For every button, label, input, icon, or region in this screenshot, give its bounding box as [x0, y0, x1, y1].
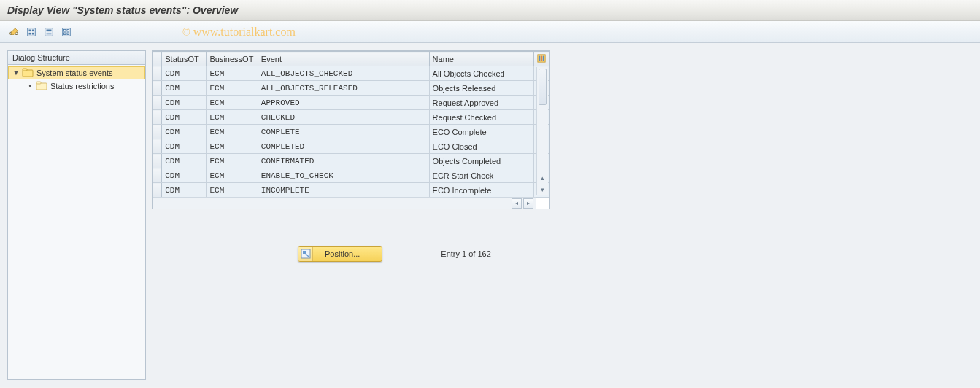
cell-businessot[interactable]: ECM — [207, 66, 258, 81]
grid-select-icon — [26, 27, 36, 37]
cell-event[interactable]: CONFIRMATED — [258, 154, 429, 168]
svg-rect-22 — [303, 251, 306, 254]
glasses-pencil-icon — [9, 27, 19, 37]
folder-open-icon — [22, 68, 34, 78]
svg-rect-19 — [541, 55, 542, 61]
cell-name[interactable]: Request Approved — [429, 96, 533, 110]
events-table-panel: StatusOT BusinessOT Event Name CDMECMALL… — [152, 50, 550, 209]
svg-rect-12 — [67, 32, 69, 34]
svg-rect-10 — [67, 29, 69, 31]
row-selector[interactable] — [153, 168, 162, 183]
cell-name[interactable]: Objects Completed — [429, 154, 533, 168]
row-selector[interactable] — [153, 110, 162, 125]
table-row[interactable]: CDMECMENABLE_TO_CHECKECR Start Check — [153, 168, 549, 183]
col-header-event[interactable]: Event — [258, 52, 429, 66]
position-icon — [298, 247, 313, 261]
cell-statusot[interactable]: CDM — [162, 66, 207, 81]
cell-event[interactable]: ENABLE_TO_CHECK — [258, 168, 429, 183]
cell-event[interactable]: CHECKED — [258, 110, 429, 125]
cell-name[interactable]: Request Checked — [429, 110, 533, 125]
cell-statusot[interactable]: CDM — [162, 125, 207, 139]
toggle-display-change-button[interactable] — [6, 24, 22, 40]
cell-businessot[interactable]: ECM — [207, 96, 258, 110]
cell-businessot[interactable]: ECM — [207, 125, 258, 139]
row-selector[interactable] — [153, 154, 162, 168]
cell-statusot[interactable]: CDM — [162, 168, 207, 183]
cell-event[interactable]: COMPLETE — [258, 125, 429, 139]
position-button[interactable]: Position... — [298, 246, 382, 262]
table-row[interactable]: CDMECMALL_OBJECTS_CHECKEDAll Objects Che… — [153, 66, 549, 81]
table-row[interactable]: CDMECMCOMPLETEECO Complete — [153, 125, 549, 139]
row-selector[interactable] — [153, 66, 162, 81]
cell-name[interactable]: ECR Start Check — [429, 168, 533, 183]
grid-deselect-icon — [61, 27, 72, 37]
cell-businessot[interactable]: ECM — [207, 81, 258, 96]
cell-event[interactable]: ALL_OBJECTS_CHECKED — [258, 66, 429, 81]
col-header-statusot[interactable]: StatusOT — [162, 52, 207, 66]
tree-item-label: Status restrictions — [50, 82, 114, 90]
table-settings-icon — [537, 54, 546, 63]
row-selector[interactable] — [153, 81, 162, 96]
cell-statusot[interactable]: CDM — [162, 154, 207, 168]
table-row[interactable]: CDMECMCONFIRMATEDObjects Completed — [153, 154, 549, 168]
scrollbar-thumb[interactable] — [539, 69, 547, 105]
row-selector[interactable] — [153, 125, 162, 139]
table-row[interactable]: CDMECMCHECKEDRequest Checked — [153, 110, 549, 125]
table-configure-button[interactable] — [533, 52, 549, 66]
toolbar: © www.tutorialkart.com — [0, 21, 980, 43]
tree-bullet-icon: • — [26, 82, 34, 90]
select-all-button[interactable] — [23, 24, 39, 40]
cell-name[interactable]: ECO Complete — [429, 125, 533, 139]
folder-closed-icon — [36, 81, 47, 91]
tree-expand-icon[interactable]: ▼ — [12, 69, 20, 77]
vertical-scrollbar[interactable]: ▴ ▾ — [536, 67, 548, 195]
cell-statusot[interactable]: CDM — [162, 139, 207, 154]
svg-rect-16 — [36, 82, 41, 84]
cell-statusot[interactable]: CDM — [162, 110, 207, 125]
cell-event[interactable]: APPROVED — [258, 96, 429, 110]
cell-businessot[interactable]: ECM — [207, 183, 258, 198]
body-area: Dialog Structure ▼ System status events … — [0, 43, 980, 387]
row-selector[interactable] — [153, 96, 162, 110]
svg-rect-5 — [45, 28, 53, 36]
row-selector[interactable] — [153, 139, 162, 154]
tree-item-status-restrictions[interactable]: • Status restrictions — [8, 79, 145, 93]
cell-name[interactable]: Objects Released — [429, 81, 533, 96]
cell-statusot[interactable]: CDM — [162, 183, 207, 198]
cell-businessot[interactable]: ECM — [207, 139, 258, 154]
scroll-down-button[interactable]: ▾ — [537, 184, 548, 195]
scroll-up-button[interactable]: ▴ — [537, 172, 548, 184]
dialog-structure-panel: Dialog Structure ▼ System status events … — [7, 50, 146, 380]
cell-name[interactable]: ECO Closed — [429, 139, 533, 154]
col-header-name[interactable]: Name — [429, 52, 533, 66]
row-select-header[interactable] — [153, 52, 162, 66]
cell-name[interactable]: All Objects Checked — [429, 66, 533, 81]
svg-rect-9 — [64, 29, 66, 31]
svg-rect-14 — [23, 69, 27, 71]
cell-event[interactable]: COMPLETED — [258, 139, 429, 154]
table-row[interactable]: CDMECMAPPROVEDRequest Approved — [153, 96, 549, 110]
select-block-button[interactable] — [41, 24, 57, 40]
table-row[interactable]: CDMECMCOMPLETEDECO Closed — [153, 139, 549, 154]
svg-rect-20 — [542, 55, 544, 61]
svg-rect-11 — [64, 32, 66, 34]
scroll-left-button[interactable]: ◂ — [512, 198, 522, 209]
table-row[interactable]: CDMECMALL_OBJECTS_RELEASEDObjects Releas… — [153, 81, 549, 96]
cell-name[interactable]: ECO Incomplete — [429, 183, 533, 198]
tree-item-system-status-events[interactable]: ▼ System status events — [8, 66, 145, 79]
cell-businessot[interactable]: ECM — [207, 168, 258, 183]
cell-businessot[interactable]: ECM — [207, 110, 258, 125]
deselect-all-button[interactable] — [58, 24, 74, 40]
svg-rect-0 — [28, 28, 36, 36]
cell-businessot[interactable]: ECM — [207, 154, 258, 168]
cell-statusot[interactable]: CDM — [162, 81, 207, 96]
horizontal-scrollbar[interactable]: ◂ ▸ — [153, 197, 536, 209]
scroll-right-button[interactable]: ▸ — [523, 198, 533, 209]
row-selector[interactable] — [153, 183, 162, 198]
table-row[interactable]: CDMECMINCOMPLETEECO Incomplete — [153, 183, 549, 198]
cell-event[interactable]: INCOMPLETE — [258, 183, 429, 198]
col-header-businessot[interactable]: BusinessOT — [207, 52, 258, 66]
cell-statusot[interactable]: CDM — [162, 96, 207, 110]
cell-event[interactable]: ALL_OBJECTS_RELEASED — [258, 81, 429, 96]
grid-block-icon — [44, 27, 54, 37]
